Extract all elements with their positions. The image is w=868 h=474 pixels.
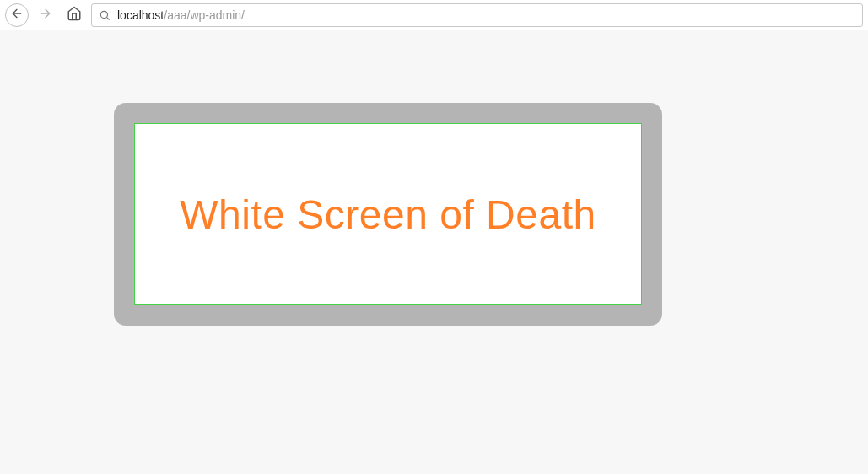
- url-display: localhost/aaa/wp-admin/: [117, 8, 245, 22]
- svg-line-3: [107, 17, 110, 19]
- arrow-left-icon: [10, 7, 24, 23]
- search-icon: [99, 9, 111, 21]
- callout-inner: White Screen of Death: [134, 123, 642, 305]
- forward-button[interactable]: [34, 3, 57, 27]
- home-icon: [67, 6, 82, 24]
- arrow-right-icon: [39, 7, 52, 23]
- svg-point-2: [100, 11, 107, 18]
- url-host: localhost: [117, 8, 164, 22]
- callout-text: White Screen of Death: [180, 191, 596, 238]
- callout-frame: White Screen of Death: [114, 103, 662, 326]
- back-button[interactable]: [5, 3, 29, 27]
- url-path: /aaa/wp-admin/: [164, 8, 245, 22]
- address-bar[interactable]: localhost/aaa/wp-admin/: [91, 3, 863, 27]
- home-button[interactable]: [62, 3, 86, 27]
- page-content: White Screen of Death: [0, 30, 868, 474]
- browser-toolbar: localhost/aaa/wp-admin/: [0, 0, 868, 30]
